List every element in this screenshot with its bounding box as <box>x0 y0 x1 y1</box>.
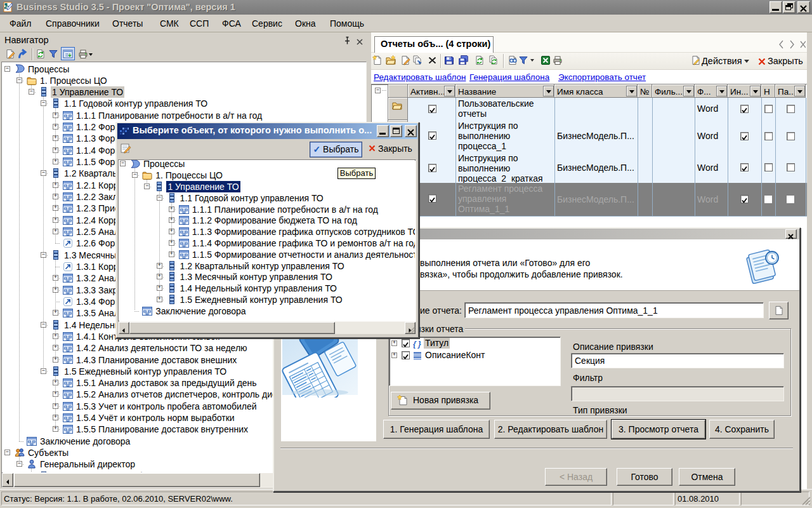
svg-text:{ }: { } <box>413 340 421 349</box>
